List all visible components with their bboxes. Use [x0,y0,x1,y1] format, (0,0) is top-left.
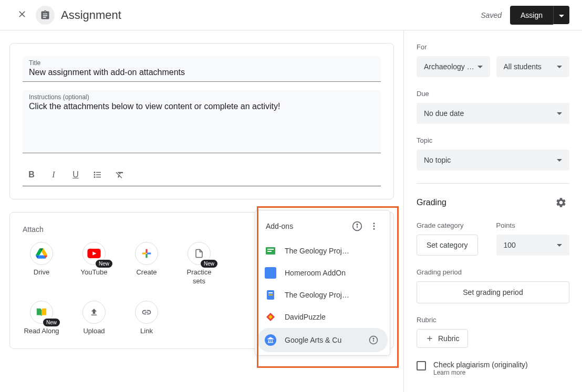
plagiarism-checkbox[interactable] [417,361,426,370]
topic-value: No topic [424,156,451,164]
attach-youtube[interactable]: New YouTube [75,242,113,286]
italic-button[interactable]: I [45,166,63,184]
rubric-button-label: Rubric [438,334,459,343]
addon-icon [265,312,276,322]
drive-icon [36,248,47,259]
grade-category-button[interactable]: Set category [417,235,478,256]
points-label: Points [496,221,570,229]
addon-row[interactable]: The Geology Proj… [257,284,388,306]
plagiarism-row[interactable]: Check plagiarism (originality) Learn mor… [417,361,569,376]
svg-point-15 [373,225,375,227]
grading-period-button[interactable]: Set grading period [417,281,569,303]
underline-button[interactable]: U [67,166,85,184]
addon-name: Google Arts & Cu [285,336,358,344]
sidebar: For Archaeology … All students Due No du… [403,30,582,392]
addon-row[interactable]: The Geology Proj… [257,240,388,262]
instructions-value: Click the attachments below to view cont… [29,102,375,113]
new-badge: New [96,260,112,268]
due-label: Due [417,90,569,98]
svg-point-2 [94,176,96,178]
assignment-type-icon [36,6,55,25]
attach-label: Link [140,327,153,336]
plagiarism-label: Check plagiarism (originality) [433,361,528,369]
attach-card: Attach Drive New YouTube [9,212,394,349]
plus-icon [141,248,152,259]
instructions-field[interactable]: Instructions (optional) Click the attach… [23,90,381,153]
addon-row[interactable]: Google Arts & Cu [257,328,388,352]
svg-rect-9 [142,252,147,254]
bold-button[interactable]: B [23,166,40,184]
gear-icon [555,197,567,208]
chevron-down-icon [559,15,564,17]
read-along-icon [36,307,47,317]
due-select[interactable]: No due date [417,103,569,124]
bold-icon: B [28,170,35,179]
new-badge: New [201,260,217,268]
divider [417,183,569,184]
addons-info-button[interactable] [349,218,366,235]
attach-label: Upload [83,327,105,336]
info-icon [352,221,362,231]
svg-point-14 [373,223,375,224]
attach-drive[interactable]: Drive [23,242,60,286]
more-vertical-icon [369,221,379,231]
svg-point-16 [373,228,375,229]
instructions-label: Instructions (optional) [29,93,375,101]
info-icon [369,335,378,345]
students-value: All students [504,62,542,71]
addon-name: The Geology Proj… [285,247,380,255]
class-select[interactable]: Archaeology … [417,56,490,77]
svg-rect-21 [268,292,273,293]
plus-icon [425,334,434,343]
chevron-down-icon [557,159,562,162]
clear-format-button[interactable] [111,166,129,184]
chevron-down-icon [557,66,562,68]
attach-label: Read Along [24,327,59,336]
museum-icon [267,336,274,344]
addons-list[interactable]: The Geology Proj… Homeroom AddOn The Geo… [255,240,390,355]
attach-label: Practice sets [180,268,218,286]
title-field[interactable]: Title New assignment with add-on attachm… [23,56,381,82]
grading-title: Grading [417,198,446,207]
svg-rect-7 [146,249,147,253]
page-title: Assignment [61,8,481,22]
close-icon [17,9,27,19]
attach-link[interactable]: Link [128,301,165,336]
addons-more-button[interactable] [366,218,382,235]
plagiarism-learn-more[interactable]: Learn more [433,369,528,376]
bullet-list-button[interactable] [89,166,107,184]
class-value: Archaeology … [424,62,474,71]
grading-settings-button[interactable] [553,194,569,211]
attach-create[interactable]: Create [128,242,165,286]
addon-row[interactable]: DavidPuzzle [257,306,388,328]
app-header: Assignment Saved Assign [0,0,582,30]
rubric-button[interactable]: Rubric [417,329,468,348]
students-select[interactable]: All students [496,56,570,77]
link-icon [141,307,152,317]
svg-rect-10 [147,252,151,254]
svg-rect-5 [96,177,101,178]
content-column: Title New assignment with add-on attachm… [0,30,403,392]
addon-info-button[interactable] [367,333,380,347]
main-layout: Title New assignment with add-on attachm… [0,30,582,392]
topic-select[interactable]: No topic [417,150,569,171]
grade-category-label: Grade category [417,221,490,229]
close-button[interactable] [13,5,32,25]
topic-label: Topic [417,136,569,144]
clear-format-icon [115,170,124,179]
attach-upload[interactable]: Upload [75,301,113,336]
attach-practice-sets[interactable]: New Practice sets [180,242,218,286]
addons-title: Add-ons [266,222,349,230]
points-select[interactable]: 100 [496,235,570,256]
addons-panel: Add-ons The Geology Proj… Hom [255,210,390,356]
points-value: 100 [504,241,516,249]
attach-read-along[interactable]: New Read Along [23,301,60,336]
addon-row[interactable]: Homeroom AddOn [257,262,388,284]
chevron-down-icon [557,244,562,247]
title-label: Title [29,59,375,67]
svg-point-25 [373,338,374,339]
attach-label: Create [136,268,157,277]
assign-button[interactable]: Assign [510,6,553,25]
new-badge: New [43,319,60,326]
assign-dropdown-button[interactable] [553,6,569,24]
